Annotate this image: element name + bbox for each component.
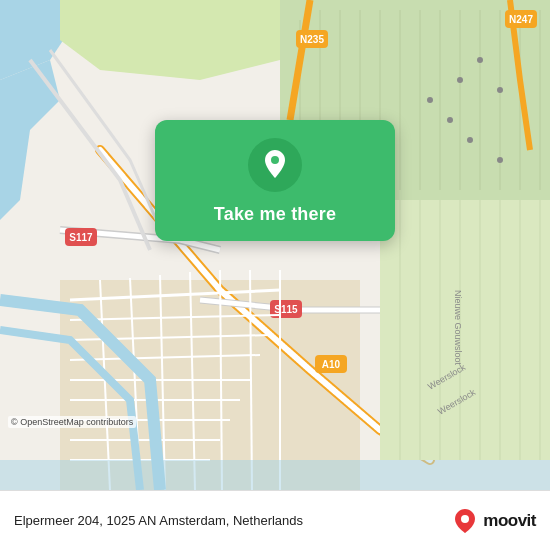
moovit-logo: moovit <box>451 507 536 535</box>
svg-text:Nieuwe Gouwsloot: Nieuwe Gouwsloot <box>453 290 463 366</box>
location-pin-icon <box>260 148 290 182</box>
svg-point-43 <box>467 137 473 143</box>
svg-rect-26 <box>380 200 550 460</box>
take-me-there-button[interactable]: Take me there <box>214 204 336 225</box>
svg-point-46 <box>461 515 469 523</box>
map-container: A10 S117 S115 N235 N247 <box>0 0 550 490</box>
moovit-logo-icon <box>451 507 479 535</box>
svg-point-45 <box>271 156 279 164</box>
svg-text:S115: S115 <box>274 304 298 315</box>
osm-credit: © OpenStreetMap contributors <box>8 416 136 428</box>
pin-icon-wrap <box>248 138 302 192</box>
action-card[interactable]: Take me there <box>155 120 395 241</box>
address-text: Elpermeer 204, 1025 AN Amsterdam, Nether… <box>14 513 451 528</box>
bottom-bar: Elpermeer 204, 1025 AN Amsterdam, Nether… <box>0 490 550 550</box>
svg-text:N235: N235 <box>300 34 324 45</box>
svg-point-42 <box>497 87 503 93</box>
svg-text:A10: A10 <box>322 359 341 370</box>
svg-text:N247: N247 <box>509 14 533 25</box>
svg-point-38 <box>427 97 433 103</box>
svg-point-41 <box>477 57 483 63</box>
svg-text:S117: S117 <box>69 232 93 243</box>
svg-point-44 <box>497 157 503 163</box>
svg-point-39 <box>447 117 453 123</box>
moovit-wordmark: moovit <box>483 511 536 531</box>
svg-point-40 <box>457 77 463 83</box>
